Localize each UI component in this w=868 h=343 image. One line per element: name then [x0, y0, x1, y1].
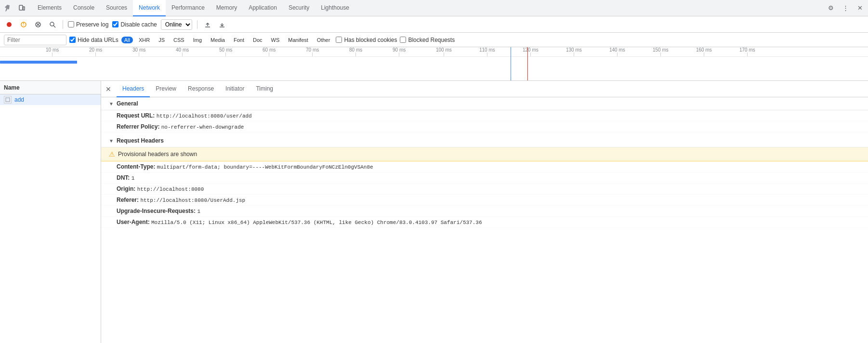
filter-bar: Hide data URLs All XHR JS CSS Img Media … — [0, 33, 868, 47]
timeline-vline-red — [527, 47, 528, 81]
list-item[interactable]: add — [0, 94, 101, 105]
separator-1 — [63, 20, 63, 29]
headers-content: ▼ General Request URL: http://localhost:… — [101, 97, 868, 343]
tab-elements[interactable]: Elements — [32, 0, 67, 16]
has-blocked-cookies-label[interactable]: Has blocked cookies — [336, 37, 397, 43]
filter-tag-css[interactable]: CSS — [171, 37, 187, 43]
separator-2 — [197, 20, 197, 29]
filter-input[interactable] — [4, 35, 66, 45]
timeline-header: 10 ms20 ms30 ms40 ms50 ms60 ms70 ms80 ms… — [0, 47, 868, 81]
timeline-bar — [0, 61, 77, 64]
svg-rect-1 — [23, 7, 25, 10]
network-list-header: Name — [0, 81, 101, 94]
tab-performance[interactable]: Performance — [166, 0, 210, 16]
origin-row: Origin: http://localhost:8080 — [101, 184, 868, 195]
request-url-row: Request URL: http://localhost:8080/user/… — [101, 110, 868, 121]
hide-data-urls-checkbox[interactable] — [69, 37, 76, 43]
filter-tag-ws[interactable]: WS — [268, 37, 283, 43]
filter-tag-js[interactable]: JS — [156, 37, 168, 43]
upgrade-insecure-row: Upgrade-Insecure-Requests: 1 — [101, 206, 868, 217]
filter-tag-xhr[interactable]: XHR — [136, 37, 153, 43]
svg-point-9 — [50, 22, 54, 26]
toolbar: Preserve log Disable cache Online — [0, 16, 868, 33]
details-panel: ✕ Headers Preview Response Initiator Tim… — [101, 81, 868, 343]
filter-tag-all[interactable]: All — [121, 37, 133, 43]
svg-rect-11 — [6, 98, 10, 102]
svg-point-5 — [23, 25, 24, 26]
timeline-ticks: 10 ms20 ms30 ms40 ms50 ms60 ms70 ms80 ms… — [0, 47, 868, 57]
content-type-row: Content-Type: multipart/form-data; bound… — [101, 161, 868, 172]
user-agent-row: User-Agent: Mozilla/5.0 (X11; Linux x86_… — [101, 217, 868, 228]
detail-tab-response[interactable]: Response — [182, 81, 220, 97]
tab-application[interactable]: Application — [243, 0, 283, 16]
warning-row: ⚠ Provisional headers are shown — [101, 147, 868, 161]
tab-network[interactable]: Network — [133, 0, 166, 16]
referrer-policy-row: Referrer Policy: no-referrer-when-downgr… — [101, 121, 868, 132]
item-name: add — [14, 96, 24, 103]
more-icon[interactable]: ⋮ — [839, 2, 852, 14]
network-list-body: add — [0, 94, 101, 343]
detail-tab-timing[interactable]: Timing — [250, 81, 279, 97]
blocked-requests-checkbox[interactable] — [400, 37, 406, 43]
request-headers-arrow: ▼ — [109, 138, 114, 144]
device-icon[interactable] — [15, 2, 28, 14]
stop-btn[interactable] — [18, 19, 29, 30]
throttle-select[interactable]: Online — [161, 19, 192, 30]
details-tabs: ✕ Headers Preview Response Initiator Tim… — [101, 81, 868, 97]
network-list-panel: Name add — [0, 81, 101, 343]
tab-console[interactable]: Console — [67, 0, 100, 16]
timeline-bars-area — [0, 57, 868, 80]
filter-tag-manifest[interactable]: Manifest — [285, 37, 311, 43]
tab-lighthouse[interactable]: Lighthouse — [315, 0, 355, 16]
clear-btn[interactable] — [33, 19, 43, 30]
dnt-row: DNT: 1 — [101, 172, 868, 184]
main-area: Name add ✕ Headers Preview Response — [0, 81, 868, 343]
preserve-log-label[interactable]: Preserve log — [68, 21, 108, 28]
hide-data-urls-label[interactable]: Hide data URLs — [69, 37, 118, 43]
item-icon — [4, 96, 12, 104]
has-blocked-cookies-checkbox[interactable] — [336, 37, 342, 43]
general-section-header[interactable]: ▼ General — [101, 97, 868, 110]
top-nav: Elements Console Sources Network Perform… — [0, 0, 868, 16]
filter-tag-media[interactable]: Media — [208, 37, 228, 43]
record-btn[interactable] — [4, 19, 14, 30]
svg-rect-0 — [19, 5, 23, 10]
tab-memory[interactable]: Memory — [210, 0, 243, 16]
nav-icons — [2, 2, 28, 14]
download-btn[interactable] — [217, 19, 227, 30]
disable-cache-checkbox[interactable] — [112, 21, 118, 27]
filter-tag-img[interactable]: Img — [190, 37, 205, 43]
blocked-requests-label[interactable]: Blocked Requests — [400, 37, 455, 43]
warning-icon: ⚠ — [109, 150, 115, 158]
detail-tab-preview[interactable]: Preview — [150, 81, 182, 97]
upload-btn[interactable] — [202, 19, 213, 30]
nav-right-icons: ⚙ ⋮ ✕ — [825, 2, 866, 14]
general-arrow: ▼ — [109, 101, 114, 106]
request-headers-section-header[interactable]: ▼ Request Headers — [101, 134, 868, 147]
detail-tab-headers[interactable]: Headers — [117, 81, 150, 97]
filter-tag-doc[interactable]: Doc — [250, 37, 265, 43]
inspect-icon[interactable] — [2, 2, 14, 14]
timeline-vline-blue — [511, 47, 511, 81]
settings-icon[interactable]: ⚙ — [825, 2, 837, 14]
tab-sources[interactable]: Sources — [100, 0, 133, 16]
close-details-btn[interactable]: ✕ — [103, 84, 114, 94]
filter-tag-font[interactable]: Font — [231, 37, 247, 43]
search-btn[interactable] — [47, 19, 58, 30]
detail-tab-initiator[interactable]: Initiator — [220, 81, 250, 97]
svg-point-2 — [7, 22, 12, 27]
close-devtools-icon[interactable]: ✕ — [854, 2, 866, 14]
filter-tag-other[interactable]: Other — [314, 37, 333, 43]
disable-cache-label[interactable]: Disable cache — [112, 21, 157, 28]
referer-row: Referer: http://localhost:8080/UserAdd.j… — [101, 195, 868, 206]
svg-line-10 — [53, 26, 55, 27]
tab-security[interactable]: Security — [283, 0, 315, 16]
preserve-log-checkbox[interactable] — [68, 21, 74, 27]
